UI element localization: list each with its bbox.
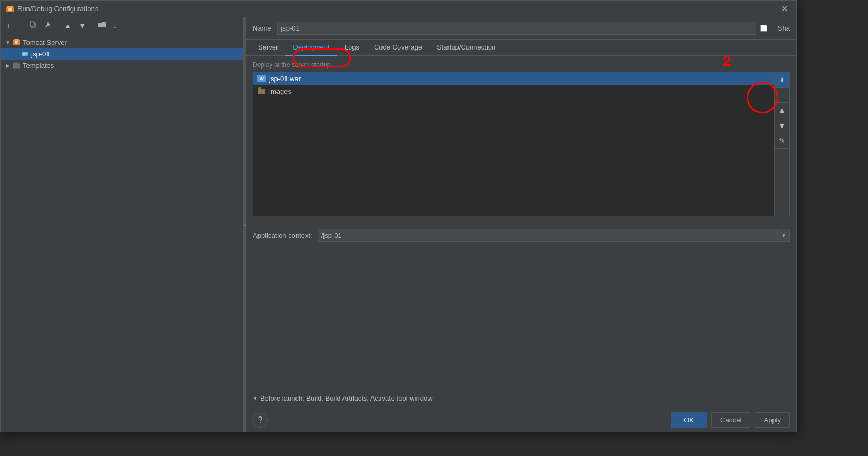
tree-item-templates[interactable]: ▶ Templates [1, 60, 243, 71]
move-up-button[interactable]: ▲ [61, 20, 74, 32]
svg-rect-2 [8, 8, 12, 11]
templates-icon [12, 61, 21, 70]
name-label: Name: [253, 24, 273, 32]
list-add-button[interactable]: + [775, 72, 789, 88]
title-bar-left: Run/Debug Configurations [6, 5, 98, 13]
svg-rect-9 [23, 53, 27, 54]
tree-arrow-templates: ▶ [5, 62, 11, 69]
svg-rect-4 [30, 22, 34, 26]
toolbar-divider-2 [92, 22, 92, 30]
before-launch-section: ▼ Before launch: Build, Build Artifacts,… [253, 390, 790, 402]
dialog-icon [6, 5, 14, 13]
context-label: Application context: [253, 231, 312, 239]
tab-deployment[interactable]: Deployment [285, 40, 337, 56]
name-row: Name: Sha [246, 17, 796, 40]
deploy-item-war[interactable]: W jsp-01:war [253, 72, 774, 85]
list-up-button[interactable]: ▲ [775, 103, 789, 118]
context-row: Application context: ▼ [253, 226, 790, 245]
tab-logs[interactable]: Logs [337, 40, 367, 56]
spacer [253, 245, 790, 390]
list-edit-button[interactable]: ✎ [775, 133, 789, 149]
list-down-button[interactable]: ▼ [775, 118, 789, 133]
toolbar-divider-1 [58, 22, 58, 30]
before-launch-header[interactable]: ▼ Before launch: Build, Build Artifacts,… [253, 394, 790, 402]
war-label: jsp-01:war [269, 75, 301, 83]
right-panel: Name: Sha Server Deployment Logs Code Co… [246, 17, 796, 432]
help-button[interactable]: ? [253, 413, 268, 428]
deploy-list-container: W jsp-01:war images [253, 72, 790, 216]
deploy-section-label: Deploy at the server startup [253, 61, 790, 69]
name-input[interactable] [277, 22, 756, 35]
tab-server[interactable]: Server [251, 40, 285, 56]
folder-button[interactable] [96, 20, 108, 32]
config-tree: ▼ Tomcat Server [1, 34, 243, 432]
bottom-bar: ? OK Cancel Apply [246, 408, 796, 432]
remove-config-button[interactable]: − [15, 20, 25, 32]
cancel-button[interactable]: Cancel [711, 412, 750, 428]
svg-rect-6 [14, 39, 19, 41]
list-side-buttons: + − ▲ ▼ ✎ [775, 72, 790, 216]
images-label: images [269, 88, 291, 95]
before-launch-arrow: ▼ [253, 395, 258, 401]
tree-arrow-jsp01 [13, 51, 20, 57]
svg-rect-8 [22, 52, 28, 56]
sidebar: + − ▲ ▼ [1, 17, 243, 432]
list-remove-button[interactable]: − [775, 88, 789, 103]
bottom-buttons: OK Cancel Apply [671, 412, 790, 428]
tree-item-jsp01[interactable]: jsp-01 [1, 48, 243, 60]
close-button[interactable]: ✕ [778, 4, 791, 14]
tomcat-icon [12, 38, 21, 46]
sidebar-toolbar: + − ▲ ▼ [1, 17, 243, 34]
wrench-button[interactable] [42, 20, 54, 32]
main-content: + − ▲ ▼ [1, 17, 796, 432]
sort-button[interactable]: ↕ [110, 20, 119, 32]
share-label: Sha [778, 24, 790, 32]
before-launch-label: Before launch: Build, Build Artifacts, A… [260, 394, 433, 402]
tree-arrow-tomcat: ▼ [5, 39, 11, 45]
apply-button[interactable]: Apply [755, 412, 790, 428]
add-config-button[interactable]: + [4, 20, 13, 32]
dialog-title: Run/Debug Configurations [17, 5, 98, 13]
tab-content-deployment: Deploy at the server startup W jsp-01:wa… [246, 56, 796, 408]
share-checkbox[interactable] [760, 25, 767, 32]
templates-label: Templates [23, 62, 54, 70]
context-dropdown-button[interactable]: ▼ [777, 230, 789, 240]
tab-coverage[interactable]: Code Coverage [367, 40, 430, 56]
jsp01-label: jsp-01 [31, 50, 50, 58]
tabs-bar: Server Deployment Logs Code Coverage Sta… [246, 40, 796, 56]
run-debug-dialog: Run/Debug Configurations ✕ + − [0, 0, 797, 432]
tree-item-tomcat-server[interactable]: ▼ Tomcat Server [1, 36, 243, 48]
deploy-list: W jsp-01:war images [253, 72, 775, 216]
svg-rect-10 [23, 54, 25, 55]
context-input[interactable] [318, 229, 777, 241]
folder-icon [257, 87, 266, 95]
config-icon [21, 50, 29, 58]
svg-rect-1 [7, 6, 13, 8]
context-input-wrapper: ▼ [318, 229, 790, 242]
deploy-item-images[interactable]: images [253, 85, 774, 98]
copy-config-button[interactable] [27, 20, 40, 32]
tab-startup[interactable]: Startup/Connection [430, 40, 503, 56]
move-down-button[interactable]: ▼ [76, 20, 89, 32]
title-bar: Run/Debug Configurations ✕ [1, 1, 796, 17]
war-icon: W [257, 74, 266, 83]
tomcat-server-label: Tomcat Server [23, 38, 67, 46]
ok-button[interactable]: OK [671, 412, 707, 428]
svg-rect-7 [15, 41, 18, 44]
